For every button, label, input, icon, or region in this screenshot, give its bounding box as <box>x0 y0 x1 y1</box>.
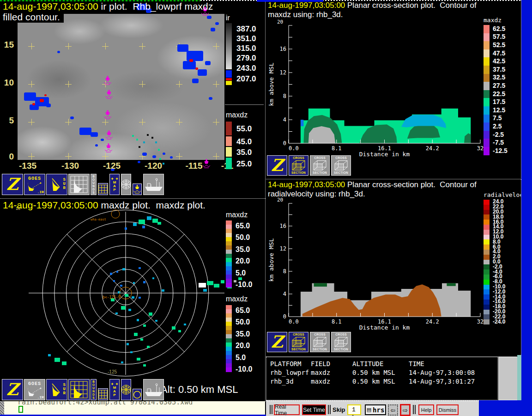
colorbar-tick-label: -2.5 <box>493 131 504 138</box>
colorbar-tick-label: 65.0 <box>236 222 250 230</box>
status-column-header: ALTITUDE <box>352 360 383 367</box>
colorbar-segment <box>484 225 490 230</box>
step-forward-button[interactable]: ⇨ <box>400 404 411 416</box>
colorbar-segment <box>484 305 490 310</box>
radar-grid-button[interactable] <box>68 174 90 195</box>
colorbar-segment <box>484 220 490 225</box>
colorbar-segment <box>484 200 490 205</box>
xs2-title-line2: radialvelocity using: rhb_3d. <box>268 190 365 199</box>
buoy-button[interactable] <box>133 184 142 195</box>
help-button[interactable]: Help <box>418 404 434 415</box>
xs1-title-text: Planar cross-section plot. Contour of <box>345 1 476 10</box>
goes-ir-button[interactable]: GOES.IR <box>24 174 45 195</box>
zeb-logo-button[interactable]: Z <box>2 174 23 195</box>
skip-input[interactable] <box>347 404 361 415</box>
colorbar-title: radialvelocity <box>484 191 521 198</box>
zeb-logo-button[interactable]: Z <box>267 155 287 176</box>
circle-icon <box>133 390 142 399</box>
status-cell: rhb_lowprf <box>270 369 309 376</box>
zeb-logo-button[interactable]: Z <box>267 332 287 352</box>
colorbar-segment <box>484 210 490 215</box>
colorbar-segment <box>484 289 490 294</box>
real-time-button[interactable]: Real Time <box>274 404 300 415</box>
dismiss-button[interactable]: Dismiss <box>436 404 459 415</box>
circle-button[interactable] <box>133 389 142 400</box>
ir-plot-window: 14-aug-1997,03:05:00 ir plot. Rhb_lowprf… <box>0 0 266 198</box>
altitude-readout: Alt: 0.50 km MSL <box>161 384 238 396</box>
colorbar-tick-label: 57.5 <box>493 33 505 40</box>
svg-text:Z: Z <box>6 175 21 194</box>
colorbar-title: maxdz <box>226 111 248 119</box>
cross-section-cube-icon <box>333 160 350 171</box>
colorbar-segment <box>484 230 490 235</box>
cross-section-button[interactable]: CROSSSECTION <box>310 155 330 176</box>
map-button[interactable]: ✦ ✦MAP <box>109 174 120 195</box>
colorbar-tick-label: 35.0 <box>236 245 250 254</box>
ship-button[interactable] <box>143 379 164 400</box>
cross-section-cube-icon <box>290 336 307 348</box>
cross-section-button[interactable]: CROSSSECTION <box>289 332 308 352</box>
colorbar-segment <box>484 214 490 220</box>
bounds-button[interactable]: BOUNDS <box>91 174 97 195</box>
cross-section-button[interactable]: CROSSSECTION <box>331 332 351 352</box>
terminal-cursor <box>18 406 23 413</box>
ship-button[interactable] <box>143 174 164 195</box>
colorbar-segment <box>484 147 490 155</box>
grid-button[interactable] <box>98 388 108 400</box>
status-cell: 0.50 km MSL <box>352 378 395 385</box>
colorbar-tick-label: 65.0 <box>236 306 250 315</box>
colorbar-tick-label: 22.5 <box>493 90 505 98</box>
bounds-label: BOUNDS <box>92 380 95 399</box>
units-label: hrs <box>373 406 384 414</box>
bounds-button[interactable]: BOUNDS <box>91 379 97 400</box>
colorbar-segment <box>484 49 490 58</box>
colorbar-tick-label: -24.0 <box>493 318 505 325</box>
colorbar-title: maxdz <box>226 211 248 219</box>
grip-handle[interactable] <box>413 405 414 414</box>
map-button[interactable]: ✦ ✦MAP <box>109 379 120 400</box>
grid-button[interactable] <box>98 183 108 195</box>
colorbar-tick-label: 35.0 <box>236 148 252 157</box>
cross-section-button[interactable]: CROSSSECTION <box>289 155 308 176</box>
xs2-title-text: Planar cross-section plot. Contour of <box>345 180 476 189</box>
colorbar-tick-label: 35.0 <box>236 330 250 338</box>
xterm-window[interactable]: rain.beaufort:42>xdump.all 970814.0305.x… <box>0 401 265 415</box>
range-rings-button[interactable] <box>121 379 131 400</box>
ir-colorbar-blue <box>226 70 232 78</box>
colorbar-tick-label: 62.5 <box>493 25 505 32</box>
colorbar-tick-label: 351.0 <box>236 34 256 43</box>
range-rings-button[interactable] <box>121 174 131 195</box>
grip-handle[interactable] <box>415 405 416 414</box>
radar-surveillance-button[interactable]: SUR <box>46 174 67 195</box>
units-menu-button[interactable]: ▤hrs <box>365 404 386 415</box>
grip-handle[interactable] <box>330 405 331 414</box>
step-back-button[interactable]: ⇦ <box>388 404 398 416</box>
radar-grid-button[interactable] <box>68 379 90 400</box>
grip-handle[interactable] <box>272 405 272 414</box>
colorbar-segment <box>484 41 490 49</box>
colorbar-segment <box>484 131 490 139</box>
colorbar-tick-label: 243.0 <box>236 64 256 73</box>
radar-antenna-icon <box>51 382 62 398</box>
colorbar-tick-label: 52.5 <box>493 41 505 49</box>
ir-colorbars: ir387.0351.0315.0279.0243.0207.0maxdz55.… <box>0 0 265 198</box>
set-time-button[interactable]: Set Time <box>302 404 326 415</box>
radar-surveillance-button[interactable]: SUR <box>46 379 67 400</box>
cross-section-button[interactable]: CROSSSECTION <box>331 155 351 176</box>
status-scrollbar[interactable] <box>498 357 518 400</box>
grip-handle[interactable] <box>270 405 271 414</box>
grip-handle[interactable] <box>328 405 329 414</box>
cross-section-button[interactable]: CROSSSECTION <box>310 332 330 352</box>
colorbar-tick-label: -7.5 <box>493 139 504 146</box>
goes-ir-button[interactable]: GOES.IR <box>24 379 45 400</box>
colorbar-segment <box>484 25 490 33</box>
platform-status-window: PLATFORMFIELDALTITUDETIMErhb_lowprfmaxdz… <box>266 357 498 400</box>
zeb-logo-button[interactable]: Z <box>2 379 23 400</box>
zeb-logo-icon: Z <box>268 333 286 351</box>
xs2-title: 14-aug-1997,03:05:00 Planar cross-sectio… <box>268 180 477 190</box>
buoy-icon <box>133 184 141 195</box>
cross-section-cube-icon <box>312 160 328 171</box>
grid-icon <box>98 390 108 399</box>
colorbar-tick-label: 279.0 <box>236 54 256 63</box>
ppi-panel-time: 14-aug-1997,03:05:00 <box>3 200 98 210</box>
